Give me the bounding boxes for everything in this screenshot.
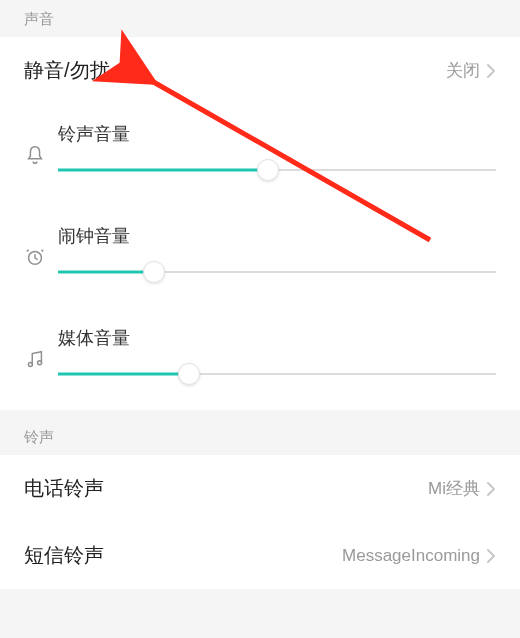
section-header-sound: 声音 [0, 0, 520, 37]
ringtone-card: 电话铃声 Mi经典 短信铃声 MessageIncoming [0, 455, 520, 589]
volume-alarm: 闹钟音量 [0, 206, 520, 308]
row-dnd-value: 关闭 [446, 59, 480, 82]
volume-ringer-label: 铃声音量 [58, 122, 496, 146]
row-sms-ringtone-value: MessageIncoming [342, 546, 480, 566]
alarm-clock-icon [24, 224, 58, 268]
row-dnd[interactable]: 静音/勿扰 关闭 [0, 37, 520, 104]
volume-media: 媒体音量 [0, 308, 520, 410]
row-call-ringtone-label: 电话铃声 [24, 475, 428, 502]
chevron-right-icon [486, 63, 496, 79]
section-header-ringtone-label: 铃声 [24, 428, 54, 445]
row-sms-ringtone-label: 短信铃声 [24, 542, 342, 569]
volume-alarm-label: 闹钟音量 [58, 224, 496, 248]
volume-ringer-slider[interactable] [58, 160, 496, 180]
volume-media-label: 媒体音量 [58, 326, 496, 350]
section-header-ringtone: 铃声 [0, 418, 520, 455]
row-sms-ringtone[interactable]: 短信铃声 MessageIncoming [0, 522, 520, 589]
music-note-icon [24, 326, 58, 370]
section-header-sound-label: 声音 [24, 10, 54, 27]
row-call-ringtone-value: Mi经典 [428, 477, 480, 500]
svg-point-2 [38, 361, 42, 365]
row-dnd-label: 静音/勿扰 [24, 57, 446, 84]
svg-point-1 [28, 362, 32, 366]
bell-icon [24, 122, 58, 166]
volume-alarm-slider[interactable] [58, 262, 496, 282]
chevron-right-icon [486, 548, 496, 564]
volume-ringer: 铃声音量 [0, 104, 520, 206]
chevron-right-icon [486, 481, 496, 497]
volume-media-slider[interactable] [58, 364, 496, 384]
row-call-ringtone[interactable]: 电话铃声 Mi经典 [0, 455, 520, 522]
sound-card: 静音/勿扰 关闭 铃声音量 [0, 37, 520, 410]
